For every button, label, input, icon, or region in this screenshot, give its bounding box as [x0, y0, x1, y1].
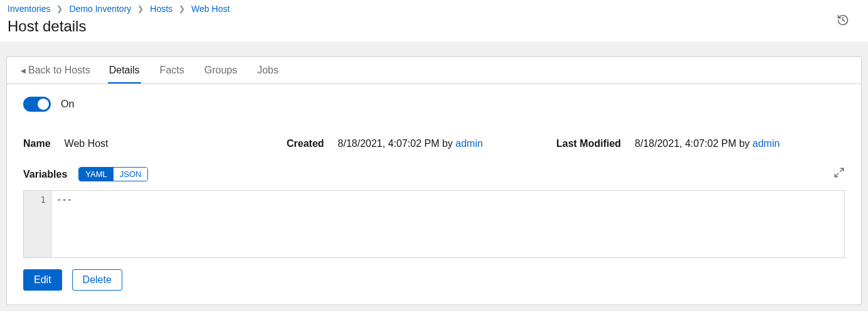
delete-button[interactable]: Delete [72, 269, 122, 291]
edit-button[interactable]: Edit [23, 269, 62, 291]
name-value: Web Host [65, 138, 109, 149]
breadcrumb-inventories[interactable]: Inventories [8, 4, 50, 14]
tab-groups[interactable]: Groups [203, 57, 238, 83]
tab-details[interactable]: Details [108, 57, 141, 83]
details-card: ◀ Back to Hosts Details Facts Groups Job… [6, 56, 862, 305]
name-label: Name [23, 138, 51, 149]
created-user-link[interactable]: admin [455, 138, 483, 149]
variables-header: Variables YAML JSON [23, 167, 845, 181]
action-buttons: Edit Delete [23, 269, 845, 291]
back-label: Back to Hosts [28, 65, 90, 76]
chevron-right-icon: ❯ [137, 4, 144, 13]
editor-content: --- [51, 191, 844, 257]
enabled-toggle-row: On [23, 97, 845, 112]
json-toggle[interactable]: JSON [114, 168, 148, 181]
tabs: ◀ Back to Hosts Details Facts Groups Job… [7, 57, 861, 84]
modified-user-link[interactable]: admin [753, 138, 780, 149]
yaml-toggle[interactable]: YAML [79, 168, 113, 181]
chevron-right-icon: ❯ [56, 4, 63, 13]
svg-line-1 [835, 174, 838, 177]
expand-icon[interactable] [834, 167, 845, 181]
history-icon[interactable] [837, 14, 849, 29]
back-to-hosts-link[interactable]: ◀ Back to Hosts [21, 57, 90, 83]
tab-jobs[interactable]: Jobs [256, 57, 280, 83]
card-body: On Name Web Host Created 8/18/2021, 4:07… [7, 84, 861, 304]
toggle-knob [38, 99, 49, 110]
svg-line-0 [840, 168, 844, 171]
breadcrumb-web-host[interactable]: Web Host [191, 4, 230, 14]
page-header: Inventories ❯ Demo Inventory ❯ Hosts ❯ W… [0, 0, 868, 41]
created-timestamp: 8/18/2021, 4:07:02 PM by [338, 138, 456, 149]
created-value: 8/18/2021, 4:07:02 PM by admin [338, 138, 483, 149]
created-label: Created [287, 138, 324, 149]
caret-left-icon: ◀ [21, 67, 26, 74]
breadcrumb: Inventories ❯ Demo Inventory ❯ Hosts ❯ W… [8, 4, 860, 14]
chevron-right-icon: ❯ [179, 4, 185, 13]
modified-timestamp: 8/18/2021, 4:07:02 PM by [635, 138, 753, 149]
page-title: Host details [8, 18, 860, 35]
field-last-modified: Last Modified 8/18/2021, 4:07:02 PM by a… [556, 138, 845, 149]
enabled-toggle[interactable] [23, 97, 51, 112]
editor-gutter: 1 [24, 191, 51, 257]
variables-editor[interactable]: 1 --- [23, 190, 845, 258]
format-toggle: YAML JSON [78, 167, 148, 181]
content-area: ◀ Back to Hosts Details Facts Groups Job… [0, 41, 868, 311]
modified-value: 8/18/2021, 4:07:02 PM by admin [635, 138, 780, 149]
field-name: Name Web Host [23, 138, 287, 149]
breadcrumb-demo-inventory[interactable]: Demo Inventory [69, 4, 131, 14]
field-created: Created 8/18/2021, 4:07:02 PM by admin [287, 138, 556, 149]
modified-label: Last Modified [556, 138, 621, 149]
details-grid: Name Web Host Created 8/18/2021, 4:07:02… [23, 138, 845, 149]
toggle-state-label: On [61, 99, 74, 110]
variables-label: Variables [23, 169, 67, 180]
tab-facts[interactable]: Facts [159, 57, 186, 83]
breadcrumb-hosts[interactable]: Hosts [150, 4, 172, 14]
